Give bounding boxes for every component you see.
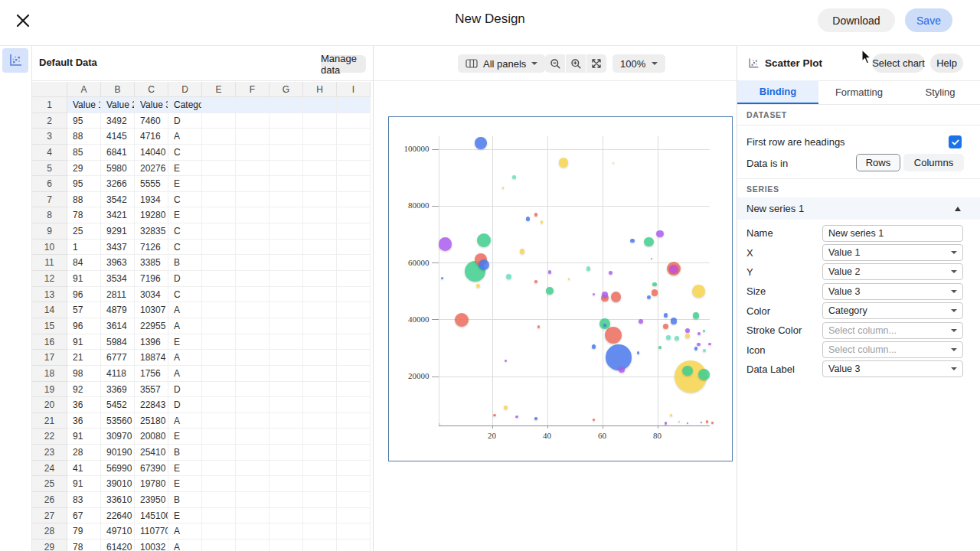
cell[interactable]: 10032 (135, 540, 168, 551)
row-number[interactable]: 17 (32, 350, 67, 366)
cell[interactable] (270, 240, 303, 256)
cell[interactable] (303, 145, 337, 161)
column-header[interactable]: B (101, 82, 135, 97)
cell[interactable] (270, 445, 303, 461)
icon-select[interactable]: Select column... (822, 341, 963, 358)
cell[interactable] (236, 366, 270, 382)
cell[interactable] (202, 161, 236, 177)
bubble[interactable] (665, 422, 668, 425)
cell[interactable] (236, 540, 270, 551)
bubble[interactable] (441, 277, 443, 279)
cell[interactable] (303, 334, 337, 350)
cell[interactable] (270, 97, 303, 113)
cell[interactable] (337, 287, 371, 303)
bubble[interactable] (455, 313, 469, 327)
bubble[interactable] (698, 369, 710, 380)
cell[interactable] (270, 413, 303, 429)
cell[interactable] (337, 445, 371, 461)
row-number[interactable]: 3 (32, 129, 67, 145)
cell[interactable] (337, 476, 371, 492)
bubble[interactable] (694, 347, 698, 350)
cell[interactable] (337, 97, 371, 113)
cell[interactable]: 20080 (135, 429, 168, 445)
cell[interactable] (270, 129, 303, 145)
cell[interactable]: 88 (67, 129, 101, 145)
cell[interactable]: 67390 (135, 461, 168, 477)
download-button[interactable]: Download (818, 8, 895, 32)
cell[interactable] (303, 445, 337, 461)
first-row-headings-checkbox[interactable] (949, 135, 962, 148)
column-header[interactable]: D (168, 82, 202, 97)
cell[interactable] (303, 113, 337, 129)
cell[interactable] (202, 113, 236, 129)
cell[interactable]: 53560 (101, 413, 135, 429)
row-number[interactable]: 4 (32, 145, 67, 161)
bubble[interactable] (479, 259, 489, 270)
cell[interactable] (236, 523, 270, 540)
cell[interactable] (202, 318, 236, 334)
bubble[interactable] (602, 292, 608, 298)
cell[interactable] (236, 145, 270, 161)
cell[interactable]: E (168, 461, 202, 477)
bubble[interactable] (534, 213, 538, 217)
cell[interactable] (270, 350, 303, 366)
row-number[interactable]: 24 (32, 461, 67, 477)
cell[interactable]: 92 (67, 382, 101, 398)
cell[interactable] (270, 192, 303, 208)
cell[interactable] (303, 476, 337, 492)
cell[interactable]: 7126 (135, 240, 168, 256)
cell[interactable]: 25180 (135, 413, 168, 429)
cell[interactable] (303, 413, 337, 429)
cell[interactable] (236, 508, 270, 524)
cell[interactable] (337, 382, 371, 398)
cell[interactable] (270, 302, 303, 318)
bubble[interactable] (703, 330, 705, 332)
bubble[interactable] (644, 237, 654, 247)
cell[interactable] (236, 287, 270, 303)
cell[interactable] (202, 192, 236, 208)
cell[interactable]: 22640 (101, 508, 135, 524)
bubble[interactable] (477, 233, 491, 247)
cell[interactable]: 5452 (101, 397, 135, 413)
cell[interactable] (202, 302, 236, 318)
cell[interactable] (202, 129, 236, 145)
name-input[interactable] (822, 225, 963, 242)
cell[interactable] (236, 161, 270, 177)
cell[interactable]: 6841 (101, 145, 135, 161)
cell[interactable] (202, 508, 236, 524)
cell[interactable]: 96 (67, 318, 101, 334)
cell[interactable]: 95 (67, 176, 101, 192)
bubble[interactable] (605, 327, 622, 344)
cell[interactable] (202, 523, 236, 540)
bubble[interactable] (593, 293, 595, 295)
cell[interactable]: 3421 (101, 207, 135, 223)
row-number[interactable]: 29 (32, 540, 67, 551)
bubble[interactable] (685, 328, 691, 334)
row-number[interactable]: 5 (32, 161, 67, 177)
cell[interactable] (202, 255, 236, 271)
cell[interactable]: 39010 (101, 476, 135, 492)
cell[interactable]: 36 (67, 397, 101, 413)
cell[interactable] (202, 540, 236, 551)
cell[interactable] (270, 540, 303, 551)
cell[interactable] (270, 176, 303, 192)
cell[interactable]: 7460 (135, 113, 168, 129)
cell[interactable]: 32835 (135, 223, 168, 240)
cell[interactable]: 3534 (101, 271, 135, 287)
cell[interactable]: D (168, 271, 202, 287)
cell[interactable] (202, 382, 236, 398)
cell[interactable] (337, 334, 371, 350)
cell[interactable]: E (168, 334, 202, 350)
row-number[interactable]: 7 (32, 192, 67, 208)
panels-dropdown[interactable]: All panels (458, 54, 545, 73)
row-number[interactable]: 11 (32, 255, 67, 271)
cell[interactable] (303, 523, 337, 540)
cell[interactable] (202, 366, 236, 382)
cell[interactable]: 9291 (101, 223, 135, 240)
size-select[interactable]: Value 3 (822, 283, 963, 300)
cell[interactable] (303, 461, 337, 477)
row-number[interactable]: 10 (32, 240, 67, 256)
cell[interactable]: E (168, 508, 202, 524)
bubble[interactable] (685, 334, 690, 338)
bubble[interactable] (703, 349, 706, 352)
